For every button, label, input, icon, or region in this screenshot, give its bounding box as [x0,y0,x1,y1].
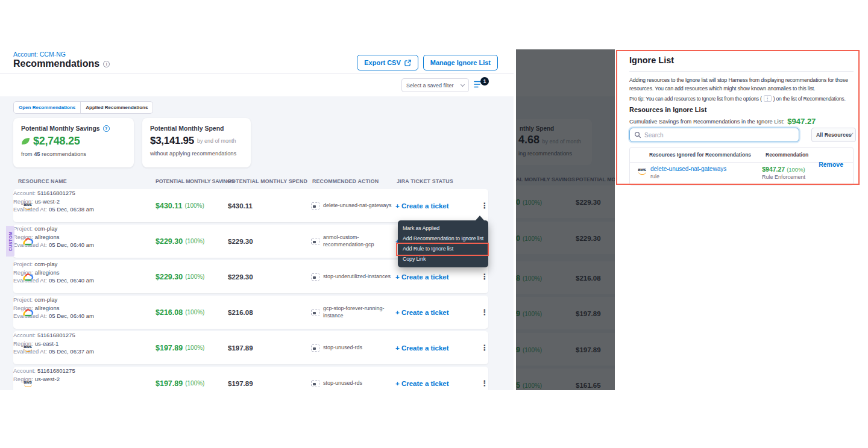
ignore-list-search[interactable] [629,128,799,142]
savings-amount: $229.30 [156,237,183,246]
resource-line-value: allregions [35,304,60,313]
ignored-resource-type: rule [650,173,726,179]
recommendation-icon [311,273,319,281]
resource-line-value: 05 Dec, 06:37 am [49,347,94,356]
filter-count-badge: 1 [480,77,489,86]
savings-percent: (100%) [185,380,204,387]
resource-line-value: allregions [35,233,60,241]
column-header-resource-name: RESOURCE NAME [18,178,67,184]
savings-sub-suffix: recommendations [40,151,86,157]
recommendation-icon [311,202,319,210]
spend-amount: $197.89 [228,367,253,390]
column-header-savings: POTENTIAL MONTHLY SAVINGS [156,178,234,184]
search-input[interactable] [644,132,794,138]
gcp-icon [22,272,34,281]
info-icon[interactable]: i [103,61,110,67]
modal-dim-overlay [516,49,615,390]
spend-sub-text: without applying recommendations [150,151,243,157]
ignored-savings-source: Rule Enforcement [750,174,817,180]
drawer-divider [629,71,854,72]
recommendation-row: aws Account:511616801275 Region:us-west-… [13,367,488,390]
recommendation-row: Project:ccm-play Region:allregions Evalu… [13,296,488,329]
ignored-resource-link[interactable]: delete-unused-nat-gateways [650,166,726,172]
savings-card-label: Potential Monthly Savings [21,125,100,132]
resource-line-value: 05 Dec, 06:40 am [49,241,94,249]
resource-line-value: 511616801275 [37,189,75,198]
search-icon [634,131,641,138]
manage-ignore-list-button[interactable]: Manage Ignore List [423,55,498,70]
ignore-list-drawer: Ignore List Adding resources to the Igno… [615,49,868,390]
column-recommendation: Recommendation [766,152,808,158]
kebab-menu-icon[interactable]: ⋮ [479,331,491,364]
spend-amount: $229.30 [228,260,253,293]
savings-leaf-icon [21,137,30,145]
create-ticket-link[interactable]: + Create a ticket [395,367,449,390]
column-resources-ignored: Resources Ignored for Recommendations [649,152,751,158]
kebab-icon: ⋮ [764,95,772,102]
savings-sub-prefix: from [21,151,34,157]
resource-type-select[interactable]: All Resources [811,128,856,142]
ignored-savings-amount: $947.27 [762,166,785,173]
spend-value-suffix: by end of month [197,138,236,144]
tab-bar: Open Recommendations Applied Recommendat… [13,101,153,114]
recommended-action: stop-unused-rds [323,344,362,352]
resource-type-value: All Resources [816,132,852,138]
remove-button[interactable]: Remove [819,161,843,168]
saved-filter-select[interactable]: Select a saved filter [401,78,469,92]
recommendation-icon [311,238,319,245]
drawer-pro-tip: Pro tip: You can add resources to Ignore… [629,95,846,102]
aws-icon: aws [22,380,34,387]
savings-percent: (100%) [185,202,204,209]
pro-tip-suffix: ) on the list of Recommendations. [773,96,846,102]
savings-amount: $229.30 [156,273,183,281]
recommended-action: stop-underutilized-instances [323,273,391,281]
resource-line-value: 05 Dec, 06:40 am [49,312,94,320]
export-csv-button[interactable]: Export CSV [357,55,418,70]
dimmed-page-background: nthly Spend 4.68 by end of month ing rec… [516,49,615,390]
drawer-description: Adding resources to the Ignore list will… [629,76,866,93]
resource-line-value: 05 Dec, 06:38 am [49,205,94,214]
column-header-jira: JIRA TICKET STATUS [397,178,453,184]
spend-amount: $229.30 [228,225,253,258]
create-ticket-link[interactable]: + Create a ticket [395,189,449,222]
recommendation-row: aws Account:511616801275 Region:us-east-… [13,331,488,364]
savings-value: $2,748.25 [33,135,80,148]
pro-tip-prefix: Pro tip: You can add resources to Ignore… [629,96,762,102]
resource-line-value: 05 Dec, 06:40 am [49,276,94,285]
question-icon[interactable]: ? [103,125,110,132]
kebab-menu-icon[interactable]: ⋮ [479,296,491,329]
create-ticket-link[interactable]: + Create a ticket [395,331,449,364]
tab-applied-recommendations[interactable]: Applied Recommendations [80,102,153,113]
breadcrumb[interactable]: Account: CCM-NG [13,51,66,58]
menu-item-mark-as-applied[interactable]: Mark as Applied [398,223,488,234]
recommendation-row: aws Account:511616801275 Region:us-west-… [13,189,488,222]
ignore-list-table: Resources Ignored for Recommendations Re… [629,147,854,185]
recommended-action: stop-unused-rds [323,380,362,387]
savings-amount: $197.89 [156,344,183,352]
potential-monthly-spend-card: Potential Monthly Spend $3,141.95 by end… [142,118,251,167]
manage-ignore-list-label: Manage Ignore List [430,59,491,66]
resources-in-ignore-list-heading: Resources in Ignore List [629,106,706,113]
aws-icon: aws [636,167,648,175]
external-link-icon [404,60,411,66]
create-ticket-link[interactable]: + Create a ticket [395,296,449,329]
savings-percent: (100%) [185,344,204,351]
potential-monthly-savings-card: Potential Monthly Savings ? $2,748.25 fr… [13,118,134,167]
ignored-savings-percent: (100%) [787,166,805,173]
resource-line-value: ccm-play [34,225,57,233]
recommended-action: gcp-stop-forever-running-instance [323,305,395,319]
page-title-row: Recommendations i [13,58,110,69]
resource-line-value: allregions [35,269,60,277]
spend-value: $3,141.95 [150,135,194,147]
recommendation-icon [311,380,319,387]
custom-tag: CUSTOM [6,226,14,257]
spend-amount: $430.11 [228,189,253,222]
spend-amount: $197.89 [228,331,253,364]
spend-amount: $216.08 [228,296,253,329]
gcp-icon [22,308,34,317]
tab-open-recommendations[interactable]: Open Recommendations [14,102,80,113]
savings-amount: $430.11 [156,202,183,210]
savings-percent: (100%) [185,238,204,244]
resource-line-value: ccm-play [34,260,57,269]
kebab-menu-icon[interactable]: ⋮ [479,367,491,390]
